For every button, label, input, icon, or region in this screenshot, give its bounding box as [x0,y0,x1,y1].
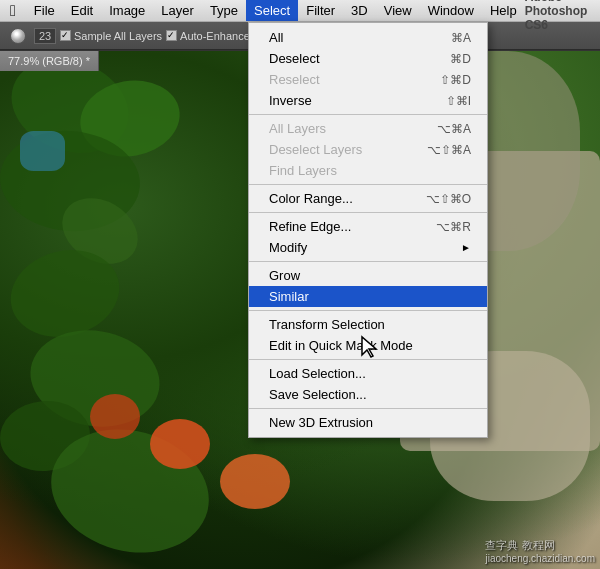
menu-item-find-layers-label: Find Layers [269,163,337,178]
menu-item-deselect-label: Deselect [269,51,320,66]
flower-1 [150,419,210,469]
menu-item-save-selection[interactable]: Save Selection... [249,384,487,405]
size-input[interactable]: 23 [34,28,56,44]
menu-item-edit-quick-mask[interactable]: Edit in Quick Mask Mode [249,335,487,356]
menu-item-refine-edge-shortcut: ⌥⌘R [436,220,471,234]
menu-item-deselect-layers[interactable]: Deselect Layers ⌥⇧⌘A [249,139,487,160]
tool-circle [10,28,26,44]
sample-all-text: Sample All Layers [74,30,162,42]
menu-item-all-layers-shortcut: ⌥⌘A [437,122,471,136]
submenu-arrow-modify: ► [461,242,471,253]
menu-item-edit-quick-mask-label: Edit in Quick Mask Mode [269,338,413,353]
canvas-tab[interactable]: 77.9% (RGB/8) * [0,51,99,71]
menu-item-all-layers-label: All Layers [269,121,326,136]
menu-item-grow[interactable]: Grow [249,265,487,286]
menu-window[interactable]: Window [420,0,482,21]
menu-file[interactable]: File [26,0,63,21]
separator-3 [249,212,487,213]
menu-type[interactable]: Type [202,0,246,21]
menu-item-color-range-label: Color Range... [269,191,353,206]
menu-layer[interactable]: Layer [153,0,202,21]
menu-item-all-shortcut: ⌘A [451,31,471,45]
menu-item-find-layers[interactable]: Find Layers [249,160,487,181]
app-title-menubar: Adobe Photoshop CS6 [525,0,600,32]
separator-7 [249,408,487,409]
menu-item-load-selection[interactable]: Load Selection... [249,363,487,384]
menu-filter[interactable]: Filter [298,0,343,21]
sample-all-checkbox[interactable] [60,30,71,41]
watermark-subtext: jiaocheng.chazidian.com [485,553,595,564]
menu-item-deselect-layers-label: Deselect Layers [269,142,362,157]
menu-item-modify-label: Modify [269,240,307,255]
menu-item-all[interactable]: All ⌘A [249,27,487,48]
menu-item-save-selection-label: Save Selection... [269,387,367,402]
separator-1 [249,114,487,115]
apple-menu[interactable]:  [0,0,26,21]
menu-item-inverse[interactable]: Inverse ⇧⌘I [249,90,487,111]
menu-3d[interactable]: 3D [343,0,376,21]
menu-edit[interactable]: Edit [63,0,101,21]
menu-item-color-range-shortcut: ⌥⇧⌘O [426,192,471,206]
menu-item-modify[interactable]: Modify ► [249,237,487,258]
menu-item-load-selection-label: Load Selection... [269,366,366,381]
blue-pot [20,131,65,171]
menu-item-all-layers[interactable]: All Layers ⌥⌘A [249,118,487,139]
separator-6 [249,359,487,360]
menu-item-deselect-layers-shortcut: ⌥⇧⌘A [427,143,471,157]
auto-enhance-label: Auto-Enhance [166,30,250,42]
menubar:  File Edit Image Layer Type Select Filt… [0,0,600,22]
menu-item-refine-edge-label: Refine Edge... [269,219,351,234]
menu-item-new-3d[interactable]: New 3D Extrusion [249,412,487,433]
menu-view[interactable]: View [376,0,420,21]
flower-3 [90,394,140,439]
watermark-text: 查字典 教程网 [485,538,595,553]
menu-image[interactable]: Image [101,0,153,21]
menu-item-reselect[interactable]: Reselect ⇧⌘D [249,69,487,90]
menu-item-transform-selection-label: Transform Selection [269,317,385,332]
separator-5 [249,310,487,311]
menu-item-inverse-shortcut: ⇧⌘I [446,94,471,108]
menu-item-refine-edge[interactable]: Refine Edge... ⌥⌘R [249,216,487,237]
menu-item-deselect-shortcut: ⌘D [450,52,471,66]
menu-item-reselect-label: Reselect [269,72,320,87]
menu-item-grow-label: Grow [269,268,300,283]
separator-2 [249,184,487,185]
sample-all-label: Sample All Layers [60,30,162,42]
tool-icon [6,26,30,46]
menu-item-deselect[interactable]: Deselect ⌘D [249,48,487,69]
watermark: 查字典 教程网 jiaocheng.chazidian.com [485,538,595,564]
menu-select[interactable]: Select [246,0,298,21]
flower-2 [220,454,290,509]
menu-item-inverse-label: Inverse [269,93,312,108]
menu-item-transform-selection[interactable]: Transform Selection [249,314,487,335]
menu-item-all-label: All [269,30,283,45]
separator-4 [249,261,487,262]
menu-item-new-3d-label: New 3D Extrusion [269,415,373,430]
menu-item-color-range[interactable]: Color Range... ⌥⇧⌘O [249,188,487,209]
menu-help[interactable]: Help [482,0,525,21]
menu-item-similar-label: Similar [269,289,309,304]
auto-enhance-text: Auto-Enhance [180,30,250,42]
menu-item-similar[interactable]: Similar [249,286,487,307]
menu-item-reselect-shortcut: ⇧⌘D [440,73,471,87]
auto-enhance-checkbox[interactable] [166,30,177,41]
select-dropdown-menu: All ⌘A Deselect ⌘D Reselect ⇧⌘D Inverse … [248,22,488,438]
